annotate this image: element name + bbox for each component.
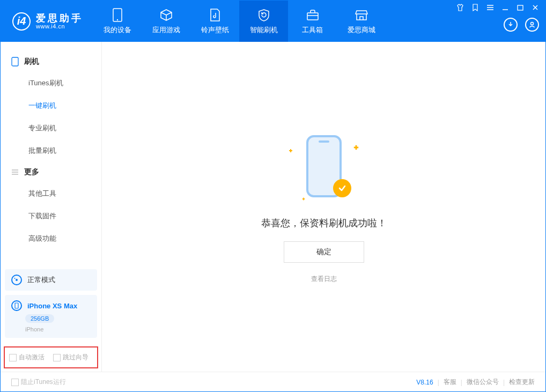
tab-label: 爱思商城 <box>348 25 375 35</box>
success-illustration <box>284 130 364 205</box>
sidebar-item-other-tools[interactable]: 其他工具 <box>1 182 101 205</box>
sidebar-item-oneclick-flash[interactable]: 一键刷机 <box>1 94 101 117</box>
svg-rect-2 <box>307 13 318 20</box>
option-block-itunes[interactable]: 阻止iTunes运行 <box>11 378 66 387</box>
sidebar-group-title: 更多 <box>24 167 39 177</box>
tab-smart-flash[interactable]: 智能刷机 <box>239 1 288 42</box>
app-logo-block: i4 爱思助手 www.i4.cn <box>1 1 93 42</box>
option-skip-guide[interactable]: 跳过向导 <box>53 353 88 362</box>
user-icon[interactable] <box>525 18 539 32</box>
sidebar-group-title: 刷机 <box>24 57 39 66</box>
svg-rect-8 <box>15 303 18 308</box>
tab-my-device[interactable]: 我的设备 <box>93 1 142 42</box>
maximize-icon[interactable] <box>517 4 524 11</box>
device-capacity: 256GB <box>25 314 54 323</box>
tab-toolbox[interactable]: 工具箱 <box>288 1 337 42</box>
check-badge-icon <box>333 179 351 197</box>
device-name: iPhone XS Max <box>27 302 77 310</box>
sidebar-item-advanced[interactable]: 高级功能 <box>1 227 101 250</box>
svg-point-7 <box>14 278 16 279</box>
flash-options-row: 自动激活 跳过向导 <box>4 346 98 368</box>
device-mode-card[interactable]: 正常模式 <box>5 269 97 291</box>
main-tabs: 我的设备 应用游戏 铃声壁纸 智能刷机 工具箱 <box>93 1 386 42</box>
version-label: V8.16 <box>416 379 433 386</box>
device-mode-label: 正常模式 <box>27 275 55 285</box>
checkbox-icon <box>53 354 61 361</box>
device-phone-icon <box>11 300 22 311</box>
checkbox-icon <box>11 379 19 386</box>
svg-rect-5 <box>12 57 18 66</box>
phone-outline-icon <box>11 57 19 66</box>
device-info-card[interactable]: iPhone XS Max 256GB iPhone <box>5 295 97 338</box>
footer-link-support[interactable]: 客服 <box>444 378 456 387</box>
shirt-icon[interactable] <box>456 4 464 11</box>
footer-link-update[interactable]: 检查更新 <box>509 378 535 387</box>
menu-icon[interactable] <box>486 4 494 11</box>
ok-button[interactable]: 确定 <box>284 241 364 263</box>
toolbox-icon <box>306 8 320 22</box>
app-name: 爱思助手 <box>36 13 83 23</box>
sidebar-group-flash: 刷机 <box>1 51 101 72</box>
sidebar-item-batch-flash[interactable]: 批量刷机 <box>1 139 101 162</box>
status-bar: 阻止iTunes运行 V8.16 | 客服 | 微信公众号 | 检查更新 <box>1 372 545 392</box>
refresh-shield-icon <box>257 8 271 22</box>
svg-point-4 <box>531 23 534 25</box>
tab-apps-games[interactable]: 应用游戏 <box>142 1 190 42</box>
app-url: www.i4.cn <box>36 23 83 29</box>
phone-icon <box>110 8 124 22</box>
sparkle-icon <box>353 145 358 150</box>
tab-label: 我的设备 <box>104 25 131 35</box>
sidebar: 刷机 iTunes刷机 一键刷机 专业刷机 批量刷机 更多 其他工具 下载固件 … <box>1 42 102 372</box>
checkbox-icon <box>9 354 17 361</box>
app-logo-icon: i4 <box>12 12 31 31</box>
close-icon[interactable] <box>532 4 539 11</box>
tab-label: 应用游戏 <box>152 25 180 35</box>
minimize-icon[interactable] <box>501 4 509 11</box>
tab-label: 铃声壁纸 <box>201 25 229 35</box>
svg-point-6 <box>16 279 18 281</box>
mode-icon <box>11 275 22 285</box>
title-bar: i4 爱思助手 www.i4.cn 我的设备 应用游戏 铃声壁纸 <box>1 1 545 42</box>
main-content: 恭喜您，保资料刷机成功啦！ 确定 查看日志 <box>102 42 545 372</box>
success-message: 恭喜您，保资料刷机成功啦！ <box>261 217 387 230</box>
download-icon[interactable] <box>504 18 518 32</box>
sidebar-item-pro-flash[interactable]: 专业刷机 <box>1 117 101 139</box>
list-icon <box>11 169 19 175</box>
device-type: iPhone <box>25 326 43 332</box>
svg-point-1 <box>116 19 117 20</box>
sidebar-item-itunes-flash[interactable]: iTunes刷机 <box>1 72 101 94</box>
option-auto-activate[interactable]: 自动激活 <box>9 353 45 362</box>
view-log-link[interactable]: 查看日志 <box>311 275 337 284</box>
tab-label: 工具箱 <box>302 25 323 35</box>
header-right-controls <box>456 1 545 42</box>
tab-store[interactable]: 爱思商城 <box>337 1 386 42</box>
sparkle-icon <box>289 149 292 152</box>
footer-link-wechat[interactable]: 微信公众号 <box>467 378 499 387</box>
cube-icon <box>159 8 173 22</box>
sidebar-group-more: 更多 <box>1 162 101 182</box>
svg-rect-3 <box>518 5 523 10</box>
sidebar-item-download-firmware[interactable]: 下载固件 <box>1 205 101 227</box>
store-icon <box>355 8 368 22</box>
bookmark-icon[interactable] <box>471 4 479 11</box>
sparkle-icon <box>302 198 305 201</box>
tab-label: 智能刷机 <box>250 25 278 35</box>
music-file-icon <box>208 8 222 22</box>
tab-ringtone-wallpaper[interactable]: 铃声壁纸 <box>190 1 239 42</box>
